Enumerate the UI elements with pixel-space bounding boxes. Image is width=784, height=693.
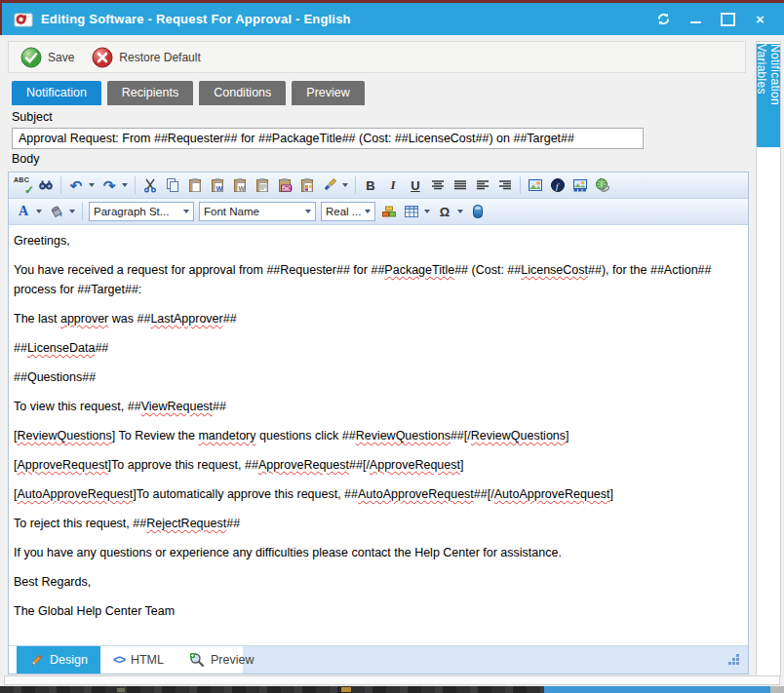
tab-html[interactable]: <> HTML: [100, 646, 176, 674]
restore-default-button[interactable]: Restore Default: [92, 47, 200, 68]
spellcheck-button[interactable]: ABC✓: [13, 174, 34, 196]
magnifier-plus-icon: [189, 652, 205, 668]
desktop-right-band: [770, 686, 784, 693]
desktop-fleck: [341, 687, 351, 692]
window-title: Editing Software - Request For Approval …: [41, 12, 351, 26]
align-justify-button[interactable]: [450, 174, 471, 196]
insert-media-button[interactable]: [569, 174, 591, 196]
italic-button[interactable]: I: [382, 174, 404, 196]
paste-plain-text-button[interactable]: [252, 174, 273, 196]
redo-dropdown-arrow-icon[interactable]: [122, 183, 128, 187]
font-color-dropdown-arrow-icon[interactable]: [36, 210, 42, 213]
tab-recipients[interactable]: Recipients: [107, 81, 193, 105]
table-dropdown-arrow-icon[interactable]: [424, 210, 430, 213]
close-button[interactable]: ×: [744, 7, 776, 32]
table-icon: [404, 204, 419, 219]
paste-as-html-button[interactable]: HTML: [274, 174, 295, 196]
background-color-button[interactable]: [46, 201, 67, 222]
paste-special-button[interactable]: [296, 174, 318, 196]
refresh-button[interactable]: [647, 7, 680, 32]
media-icon: [572, 177, 588, 193]
paste-text-icon: [255, 177, 270, 193]
body-paragraph: If you have any questions or experience …: [14, 543, 740, 562]
underline-button[interactable]: U: [405, 174, 426, 196]
editor-body[interactable]: Greetings,You have received a request fo…: [9, 225, 748, 645]
format-painter-dropdown-arrow-icon[interactable]: [342, 183, 348, 187]
align-right-icon: [497, 177, 513, 193]
body-paragraph: [ReviewQuestions] To Review the mandetor…: [14, 426, 740, 445]
font-size-select[interactable]: Real ...: [321, 202, 375, 221]
paste-word-clean-button[interactable]: W: [229, 174, 251, 196]
font-name-value: Font Name: [204, 206, 259, 217]
bold-icon: B: [366, 178, 374, 193]
paste-special-icon: [299, 177, 315, 193]
find-replace-button[interactable]: [35, 174, 57, 196]
subject-input[interactable]: [12, 128, 644, 149]
symbol-dropdown-arrow-icon[interactable]: [457, 210, 463, 213]
align-center-icon: [430, 177, 446, 193]
redo-button[interactable]: ↷: [98, 174, 120, 196]
insert-hyperlink-button[interactable]: [592, 174, 613, 196]
editor-toolbar-row2: A Paragraph St...: [9, 199, 748, 225]
client-area: Save Restore Default Notification Recipi…: [0, 35, 784, 686]
body-paragraph: Greetings,: [14, 231, 740, 250]
paste-button[interactable]: [184, 174, 206, 196]
body-paragraph: To view this request, ##ViewRequest##: [14, 397, 740, 416]
insert-object-button[interactable]: [467, 201, 489, 222]
bold-button[interactable]: B: [360, 174, 381, 196]
separator: [60, 176, 61, 194]
dropdown-arrow-icon: [183, 210, 189, 213]
tab-html-label: HTML: [131, 653, 164, 667]
check-icon: ✓: [24, 183, 34, 197]
body-paragraph: To reject this request, ##RejectRequest#…: [14, 514, 740, 533]
align-right-button[interactable]: [494, 174, 516, 196]
editor-toolbar-row1: ABC✓ ↶ ↷: [9, 173, 748, 199]
flash-icon: f: [550, 177, 566, 193]
insert-flash-button[interactable]: f: [547, 174, 568, 196]
copy-button[interactable]: [162, 174, 183, 196]
command-toolbar: Save Restore Default: [8, 41, 746, 73]
body-paragraph: Best Regards,: [14, 572, 740, 592]
body-paragraph: You have received a request for approval…: [14, 260, 740, 299]
paragraph-style-select[interactable]: Paragraph St...: [89, 202, 194, 221]
insert-symbol-button[interactable]: Ω: [434, 201, 455, 222]
minimize-button[interactable]: [680, 7, 712, 32]
resize-grip[interactable]: [727, 652, 740, 670]
maximize-button[interactable]: [712, 7, 744, 32]
tab-conditions[interactable]: Conditions: [199, 81, 286, 105]
background-color-dropdown-arrow-icon[interactable]: [69, 210, 75, 213]
tab-design[interactable]: Design: [17, 646, 100, 674]
binoculars-icon: [38, 177, 54, 193]
undo-button[interactable]: ↶: [65, 174, 87, 196]
app-icon: [14, 12, 33, 27]
copy-icon: [165, 177, 180, 193]
insert-image-button[interactable]: [525, 174, 546, 196]
tab-notification[interactable]: Notification: [12, 81, 101, 105]
align-justify-icon: [452, 177, 468, 193]
body-paragraph: [AutoApproveRequest]To automatically app…: [14, 484, 740, 504]
align-center-button[interactable]: [427, 174, 449, 196]
tab-preview-mode[interactable]: Preview: [176, 646, 266, 674]
notification-variables-tab[interactable]: Notification Variables: [757, 44, 780, 147]
notification-variables-panel: Notification Variables: [756, 41, 781, 676]
font-color-button[interactable]: A: [13, 201, 34, 222]
status-strip: [4, 675, 780, 685]
align-left-icon: [475, 177, 490, 193]
window: Editing Software - Request For Approval …: [0, 0, 784, 693]
svg-text:W: W: [216, 185, 223, 192]
format-painter-button[interactable]: [319, 174, 340, 196]
pencil-icon: [29, 653, 44, 668]
dropdown-arrow-icon: [305, 210, 311, 213]
cut-button[interactable]: [139, 174, 161, 196]
save-button[interactable]: Save: [20, 47, 74, 68]
paste-from-word-button[interactable]: W: [207, 174, 228, 196]
desktop-background-sliver: [0, 686, 784, 693]
undo-dropdown-arrow-icon[interactable]: [89, 183, 95, 187]
rich-text-editor: ABC✓ ↶ ↷: [8, 172, 749, 674]
insert-snippet-button[interactable]: [378, 201, 400, 222]
font-name-select[interactable]: Font Name: [199, 202, 316, 221]
insert-table-button[interactable]: [401, 201, 422, 222]
align-left-button[interactable]: [472, 174, 493, 196]
desktop-blue-band: [544, 686, 770, 693]
tab-preview[interactable]: Preview: [292, 81, 364, 105]
